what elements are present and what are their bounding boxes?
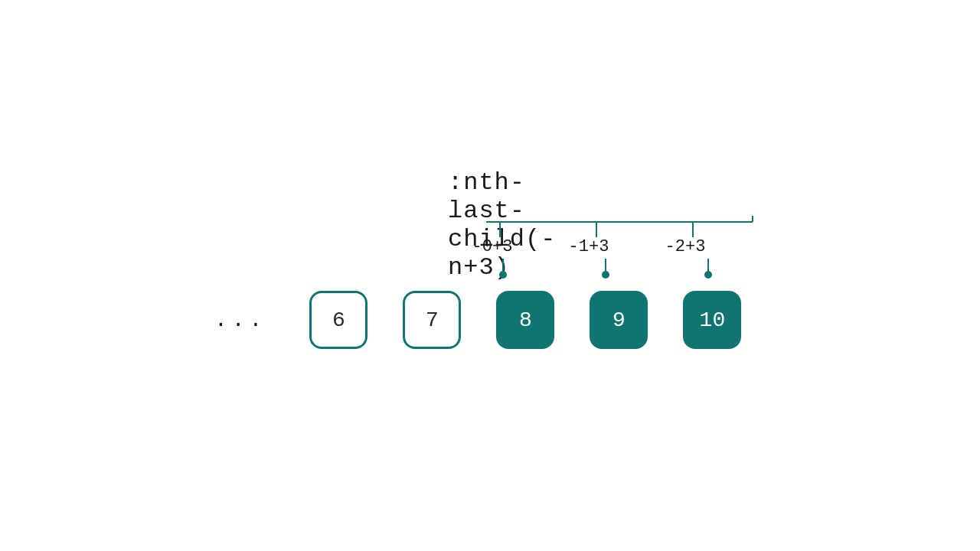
box-6: 6	[309, 291, 368, 349]
connector-row	[499, 259, 712, 279]
formula-2: -2+3	[658, 237, 712, 256]
box-7: 7	[403, 291, 461, 349]
boxes-row: ... 6 7 8 9 10	[214, 291, 741, 349]
box-9: 9	[590, 291, 648, 349]
connector-0	[499, 259, 507, 279]
formula-row: -0+3 -1+3 -2+3	[466, 237, 712, 256]
box-8: 8	[496, 291, 554, 349]
ellipsis: ...	[214, 308, 266, 332]
connector-2	[704, 259, 712, 279]
formula-1: -1+3	[562, 237, 616, 256]
formula-0: -0+3	[466, 237, 519, 256]
box-10: 10	[683, 291, 741, 349]
connector-1	[602, 259, 609, 279]
